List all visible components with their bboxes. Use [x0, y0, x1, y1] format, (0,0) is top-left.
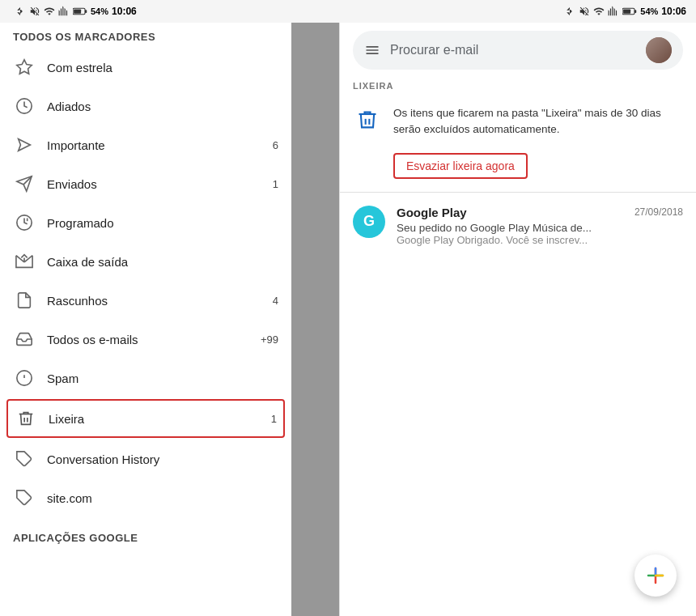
email-header-google-play: Google Play 27/09/2018: [397, 206, 683, 219]
status-bar-right: 54% 10:06: [348, 0, 696, 23]
bluetooth-icon-left: [15, 6, 26, 17]
battery-icon-left: [73, 6, 87, 16]
sidebar-label-caixa-de-saida: Caixa de saída: [47, 255, 278, 269]
mute-icon-right: [579, 6, 590, 17]
sidebar-label-importante: Importante: [47, 138, 266, 152]
draft-icon: [13, 289, 36, 312]
search-bar[interactable]: Procurar e-mail: [353, 31, 683, 70]
divider: [340, 192, 696, 193]
email-item-google-play[interactable]: G Google Play 27/09/2018 Seu pedido no G…: [340, 196, 696, 256]
status-icons-left: 54% 10:06: [15, 6, 137, 17]
search-placeholder: Procurar e-mail: [390, 43, 636, 57]
sidebar-item-enviados[interactable]: Enviados 1: [0, 164, 291, 203]
sidebar-count-importante: 6: [273, 139, 278, 151]
sidebar-label-com-estrela: Com estrela: [47, 61, 278, 74]
sidebar-item-programado[interactable]: Programado: [0, 203, 291, 242]
battery-percent-right: 54%: [640, 6, 658, 16]
sidebar-item-adiados[interactable]: Adiados: [0, 87, 291, 125]
battery-icon-right: [622, 6, 637, 16]
trash-info-text: Os itens que ficarem na pasta "Lixeira" …: [393, 105, 683, 138]
label-outline-icon-2: [13, 486, 36, 509]
svg-rect-4: [623, 9, 630, 13]
sidebar: TODOS OS MARCADORES Com estrela Adiados: [0, 23, 340, 616]
sidebar-item-conversation-history[interactable]: Conversation History: [0, 440, 291, 478]
email-sender-google-play: Google Play: [397, 206, 467, 219]
sidebar-overlay: [291, 23, 339, 616]
right-panel-wrapper: Procurar e-mail LIXEIRA Os itens que fic…: [340, 23, 696, 616]
sidebar-label-conversation-history: Conversation History: [47, 452, 278, 466]
email-content-google-play: Google Play 27/09/2018 Seu pedido no Goo…: [397, 206, 683, 246]
trash-icon: [15, 407, 37, 430]
hamburger-menu-icon[interactable]: [364, 42, 380, 58]
star-icon: [13, 56, 36, 79]
time-left: 10:06: [112, 6, 137, 17]
wifi-icon-left: [44, 6, 55, 17]
email-date-google-play: 27/09/2018: [634, 206, 683, 218]
sidebar-item-spam[interactable]: Spam: [0, 359, 291, 397]
main-content: TODOS OS MARCADORES Com estrela Adiados: [0, 23, 696, 616]
status-icons-right: 54% 10:06: [564, 6, 686, 17]
sidebar-count-lixeira: 1: [271, 413, 277, 425]
svg-rect-2: [85, 10, 87, 13]
sidebar-count-enviados: 1: [273, 178, 278, 190]
sidebar-item-caixa-de-saida[interactable]: Caixa de saída: [0, 242, 291, 281]
spam-icon: [13, 367, 36, 389]
email-preview-google-play: Google Play Obrigado. Você se inscrev...: [397, 234, 683, 246]
trash-info-icon: [353, 105, 382, 134]
sidebar-label-adiados: Adiados: [47, 100, 278, 113]
signal-icon-right: [608, 6, 619, 17]
svg-rect-5: [634, 10, 636, 13]
inbox-icon: [13, 328, 36, 350]
svg-marker-6: [17, 60, 32, 74]
section-label-lixeira: LIXEIRA: [340, 76, 696, 94]
sidebar-item-importante[interactable]: Importante 6: [0, 125, 291, 164]
status-bar: 54% 10:06 54% 10:06: [0, 0, 696, 23]
user-avatar[interactable]: [646, 37, 672, 63]
sidebar-item-rascunhos[interactable]: Rascunhos 4: [0, 281, 291, 320]
sidebar-label-todos-os-emails: Todos os e-mails: [47, 333, 254, 346]
wifi-icon-right: [593, 6, 605, 17]
sidebar-label-spam: Spam: [47, 372, 278, 385]
sidebar-label-site-com: site.com: [47, 491, 278, 505]
scheduled-icon: [13, 211, 36, 234]
sidebar-item-lixeira[interactable]: Lixeira 1: [6, 399, 285, 438]
sidebar-footer: APLICAÇÕES GOOGLE: [0, 524, 291, 549]
sidebar-item-com-estrela[interactable]: Com estrela: [0, 48, 291, 87]
trash-info-box: Os itens que ficarem na pasta "Lixeira" …: [340, 94, 696, 150]
battery-percent-left: 54%: [91, 6, 108, 16]
send-icon: [13, 172, 36, 195]
outbox-icon: [13, 250, 36, 273]
right-panel: Procurar e-mail LIXEIRA Os itens que fic…: [340, 23, 696, 616]
svg-rect-1: [74, 9, 81, 13]
google-play-avatar: G: [353, 206, 385, 238]
empty-trash-button[interactable]: Esvaziar lixeira agora: [393, 153, 528, 179]
clock-icon: [13, 95, 36, 117]
sidebar-label-rascunhos: Rascunhos: [47, 294, 266, 308]
sidebar-label-enviados: Enviados: [47, 177, 266, 191]
sidebar-count-todos-os-emails: +99: [261, 333, 278, 346]
status-bar-left: 54% 10:06: [0, 0, 348, 23]
sidebar-label-programado: Programado: [47, 216, 278, 230]
sidebar-count-rascunhos: 4: [273, 295, 278, 307]
bluetooth-icon-right: [564, 6, 575, 17]
label-important-icon: [13, 134, 36, 156]
label-outline-icon-1: [13, 448, 36, 470]
sidebar-header: TODOS OS MARCADORES: [0, 23, 291, 48]
compose-fab-button[interactable]: [634, 554, 677, 597]
time-right: 10:06: [661, 6, 686, 17]
sidebar-label-lixeira: Lixeira: [49, 412, 265, 426]
mute-icon-left: [29, 6, 40, 17]
sidebar-item-todos-os-emails[interactable]: Todos os e-mails +99: [0, 320, 291, 359]
email-subject-google-play: Seu pedido no Google Play Música de...: [397, 222, 683, 234]
compose-icon: [644, 564, 667, 587]
signal-icon-left: [58, 6, 70, 17]
sidebar-item-site-com[interactable]: site.com: [0, 478, 291, 517]
